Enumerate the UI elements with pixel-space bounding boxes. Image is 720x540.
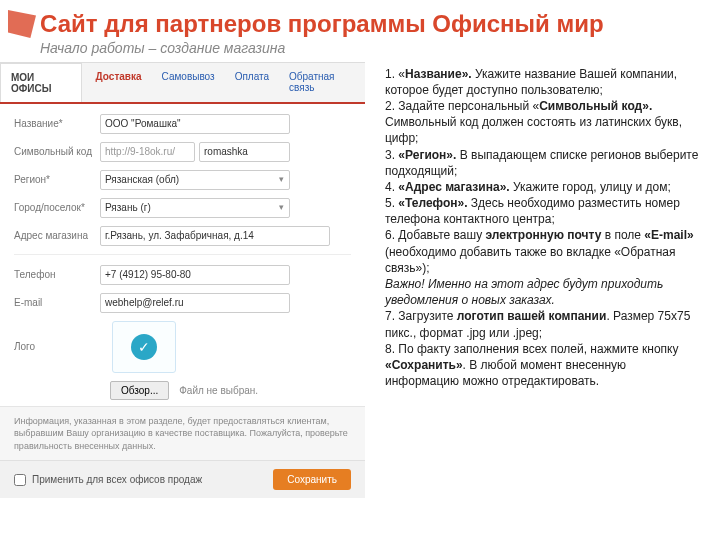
slide-subtitle: Начало работы – создание магазина [0,38,720,62]
form-body: Название* Символьный код Регион* [0,104,365,406]
apply-all-input[interactable] [14,474,26,486]
label-name: Название* [14,118,100,129]
label-region: Регион* [14,174,100,185]
input-phone[interactable] [100,265,290,285]
tab-pickup[interactable]: Самовывоз [152,63,225,102]
input-address[interactable] [100,226,330,246]
browse-button[interactable]: Обзор... [110,381,169,400]
input-name[interactable] [100,114,290,134]
select-region[interactable] [100,170,290,190]
tab-my-offices[interactable]: МОИ ОФИСЫ [0,63,82,102]
input-url-code[interactable] [199,142,290,162]
tab-delivery[interactable]: Доставка [86,63,152,102]
info-note: Информация, указанная в этом разделе, бу… [0,406,365,461]
save-button[interactable]: Сохранить [273,469,351,490]
apply-all-checkbox[interactable]: Применить для всех офисов продаж [14,474,202,486]
slide-title: Сайт для партнеров программы Офисный мир [0,0,720,38]
label-city: Город/поселок* [14,202,100,213]
label-logo: Лого [14,341,100,352]
storefront-form-panel: МОИ ОФИСЫ Доставка Самовывоз Оплата Обра… [0,62,365,499]
divider [14,254,351,255]
tab-payment[interactable]: Оплата [225,63,279,102]
label-code: Символьный код [14,146,100,157]
instructions-text: 1. «Название». Укажите название Вашей ко… [365,62,712,499]
footer-bar: Применить для всех офисов продаж Сохрани… [0,460,365,498]
apply-all-label: Применить для всех офисов продаж [32,474,202,485]
input-email[interactable] [100,293,290,313]
label-phone: Телефон [14,269,100,280]
label-email: E-mail [14,297,100,308]
no-file-label: Файл не выбран. [179,385,258,396]
tab-bar: МОИ ОФИСЫ Доставка Самовывоз Оплата Обра… [0,63,365,104]
select-city[interactable] [100,198,290,218]
logo-thumbnail[interactable]: ✓ [112,321,176,373]
check-icon: ✓ [131,334,157,360]
label-address: Адрес магазина [14,230,100,241]
input-url-prefix [100,142,195,162]
tab-feedback[interactable]: Обратная связь [279,63,365,102]
